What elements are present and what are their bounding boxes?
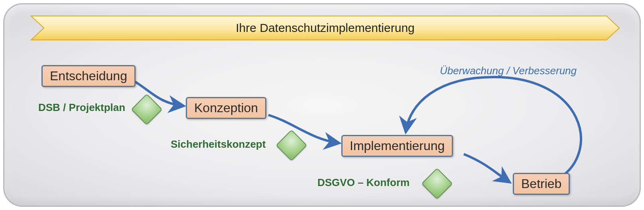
milestone-diamond-dsgvo: [426, 172, 447, 193]
step-implementierung: Implementierung: [341, 135, 453, 157]
step-entscheidung: Entscheidung: [41, 65, 136, 87]
milestone-diamond-sicherheit: [280, 134, 301, 155]
title-text: Ihre Datenschutzimplementierung: [30, 15, 620, 41]
milestone-label-dsgvo: DSGVO – Konform: [317, 176, 410, 189]
milestone-diamond-dsb: [136, 98, 156, 119]
milestone-label-dsb: DSB / Projektplan: [38, 101, 125, 114]
diagram-container: Ihre Datenschutzimplementierung Entschei…: [3, 3, 641, 207]
step-betrieb: Betrieb: [513, 173, 570, 195]
step-konzeption: Konzeption: [186, 97, 266, 119]
feedback-label: Überwachung / Verbesserung: [440, 65, 577, 77]
title-banner: Ihre Datenschutzimplementierung: [30, 15, 620, 41]
milestone-label-sicherheit: Sicherheitskonzept: [171, 138, 266, 151]
